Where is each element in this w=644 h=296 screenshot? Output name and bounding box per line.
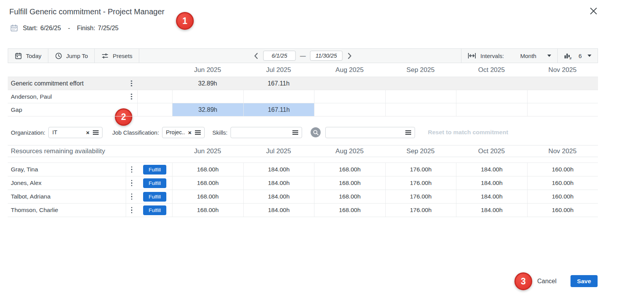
availability-cell: 184.00h	[243, 163, 314, 176]
availability-header: Resources remaining availability Jun 202…	[8, 145, 598, 157]
month-header-cell: Aug 2025	[314, 63, 385, 77]
range-start-input[interactable]	[263, 51, 296, 61]
kebab-menu-icon[interactable]	[129, 206, 135, 214]
intervals-width-icon	[468, 52, 476, 59]
list-picker-icon[interactable]	[292, 130, 298, 135]
list-picker-icon[interactable]	[93, 130, 99, 135]
effort-cell	[527, 90, 598, 103]
date-range-navigator: —	[253, 49, 353, 63]
effort-cell	[527, 77, 598, 90]
next-range-button[interactable]	[347, 52, 353, 60]
jump-to-button[interactable]: Jump To	[48, 49, 95, 63]
bar-count-value: 6	[579, 53, 582, 59]
effort-cell	[314, 90, 385, 103]
availability-title: Resources remaining availability	[8, 145, 172, 157]
clear-icon[interactable]: ×	[86, 130, 89, 135]
row-label: Gap	[8, 103, 126, 116]
effort-cell: 32.89h	[172, 103, 243, 116]
list-picker-icon[interactable]	[405, 130, 411, 135]
fulfill-button[interactable]: Fulfill	[143, 205, 166, 215]
fulfill-button[interactable]: Fulfill	[143, 192, 166, 202]
availability-cell: 176.00h	[385, 176, 456, 190]
scheduler-panel: Today Jump To Presets —	[8, 48, 598, 116]
kebab-menu-icon[interactable]	[129, 165, 135, 174]
kebab-menu-icon[interactable]	[128, 92, 134, 101]
chevron-down-icon	[547, 55, 551, 57]
skills-filter-input[interactable]	[231, 127, 302, 138]
resource-search-input[interactable]	[325, 127, 415, 138]
kebab-menu-icon[interactable]	[128, 79, 134, 88]
month-header-cell: Nov 2025	[527, 145, 598, 157]
month-header-cell: Oct 2025	[456, 145, 527, 157]
svg-text:#: #	[569, 56, 572, 60]
availability-cell: 184.00h	[243, 204, 314, 217]
spacer	[8, 63, 126, 77]
effort-cell	[243, 90, 314, 103]
previous-range-button[interactable]	[253, 52, 259, 60]
availability-cell: 160.00h	[527, 163, 598, 176]
fulfill-button[interactable]: Fulfill	[143, 165, 166, 175]
presets-button[interactable]: Presets	[95, 49, 139, 63]
intervals-label: Intervals:	[480, 53, 504, 59]
range-end-input[interactable]	[310, 51, 343, 61]
close-button[interactable]	[588, 5, 599, 16]
commitment-row: Anderson, Paul	[8, 90, 598, 103]
fulfill-cell: Fulfill	[137, 176, 172, 190]
annotation-badge-1: 1	[176, 12, 194, 30]
fulfill-cell: Fulfill	[137, 190, 172, 203]
resource-row: Thomson, CharlieFulfill168.00h184.00h168…	[8, 204, 598, 217]
resource-row: Talbot, AdrianaFulfill168.00h184.00h168.…	[8, 190, 598, 204]
kebab-cell	[126, 90, 137, 103]
start-date: 6/26/25	[40, 25, 61, 32]
availability-cell: 184.00h	[243, 176, 314, 190]
availability-cell: 168.00h	[314, 176, 385, 190]
effort-cell	[172, 90, 243, 103]
resource-filters: Organization: IT × Job Classification: P…	[8, 127, 508, 138]
spacer	[126, 63, 137, 77]
job-classification-label: Job Classification:	[112, 129, 159, 136]
effort-cell	[456, 90, 527, 103]
availability-cell: 168.00h	[172, 163, 243, 176]
month-header-cell: Nov 2025	[527, 63, 598, 77]
today-button[interactable]: Today	[8, 49, 48, 63]
bar-count-dropdown[interactable]: # 6	[558, 49, 598, 63]
kebab-menu-icon[interactable]	[129, 179, 135, 187]
organization-value: IT	[52, 129, 82, 135]
month-header-cell: Jul 2025	[243, 63, 314, 77]
chevron-down-icon	[588, 55, 591, 57]
histogram-icon: #	[564, 52, 572, 60]
organization-filter-input[interactable]: IT ×	[48, 127, 102, 138]
kebab-cell	[126, 204, 137, 217]
dialog-footer: Cancel Save	[537, 275, 598, 287]
interval-selected-value: Month	[520, 53, 536, 59]
intervals-dropdown[interactable]: Intervals: Month	[461, 49, 557, 63]
today-calendar-icon	[15, 52, 22, 60]
fulfill-button[interactable]: Fulfill	[143, 178, 166, 188]
availability-cell: 176.00h	[385, 163, 456, 176]
scheduler-toolbar: Today Jump To Presets —	[8, 48, 598, 63]
clear-icon[interactable]: ×	[188, 130, 191, 135]
availability-cell: 168.00h	[172, 204, 243, 217]
availability-cell: 168.00h	[172, 176, 243, 190]
spacer-cell	[137, 90, 172, 103]
kebab-cell	[126, 77, 137, 90]
cancel-button[interactable]: Cancel	[537, 278, 557, 285]
commitment-table: Generic commitment effort32.89h167.11hAn…	[8, 77, 598, 116]
save-button[interactable]: Save	[571, 275, 598, 287]
effort-cell: 32.89h	[172, 77, 243, 90]
kebab-cell	[126, 190, 137, 203]
month-header-cell: Jul 2025	[243, 145, 314, 157]
availability-cell: 160.00h	[527, 190, 598, 203]
annotation-badge-3: 3	[514, 272, 532, 290]
range-separator: —	[300, 53, 306, 59]
effort-cell	[385, 103, 456, 116]
job-classification-filter-input[interactable]: Projec... ×	[162, 127, 205, 138]
availability-cell: 168.00h	[314, 204, 385, 217]
kebab-cell	[126, 176, 137, 190]
list-picker-icon[interactable]	[195, 130, 201, 135]
effort-cell	[456, 103, 527, 116]
search-button[interactable]	[311, 127, 321, 137]
availability-cell: 160.00h	[527, 176, 598, 190]
availability-cell: 184.00h	[243, 190, 314, 203]
kebab-menu-icon[interactable]	[129, 192, 135, 201]
